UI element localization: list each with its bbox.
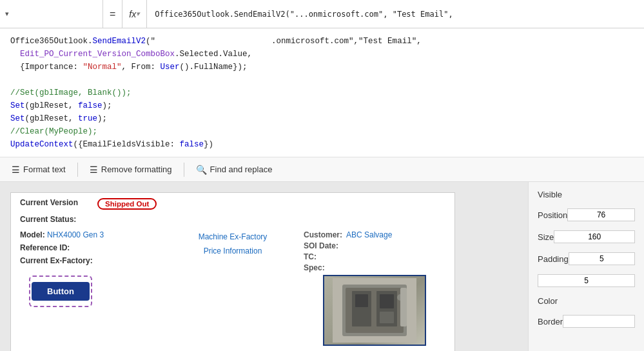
spec-label: Spec: (304, 263, 329, 272)
find-replace-label: Find and replace (210, 165, 273, 174)
find-replace-button[interactable]: 🔍 Find and replace (190, 162, 279, 177)
main-area: Current Version Shipped Out Current Stat… (0, 182, 644, 351)
button-container: Button (20, 273, 162, 310)
code-line-2: Edit_PO_Current_Version_ComboBox.Selecte… (10, 48, 634, 61)
model-value: NHX4000 Gen 3 (47, 230, 104, 239)
machine-image-box (323, 275, 426, 346)
padding-input-1[interactable] (569, 252, 635, 265)
canvas-area: Current Version Shipped Out Current Stat… (0, 182, 528, 351)
customer-value: ABC Salvage (346, 230, 392, 239)
shipped-badge: Shipped Out (97, 198, 157, 210)
code-line-7: Set(gblReset, true); (10, 112, 634, 125)
code-line-9: UpdateContext({EmailFieldsVisible: false… (10, 138, 634, 151)
machine-svg (333, 278, 416, 343)
size-label: Size (538, 232, 554, 242)
border-input[interactable] (563, 315, 635, 328)
code-line-1: Office365Outlook.SendEmailV2(" .onmicros… (10, 35, 634, 48)
border-label: Border (538, 317, 563, 326)
machine-image (324, 276, 425, 345)
editor-toolbar: ☰ Format text ☰ Remove formatting 🔍 Find… (0, 157, 644, 182)
position-label: Position (538, 210, 567, 220)
center-col: Machine Ex-Factory Price Information (162, 228, 304, 348)
padding-label: Padding (538, 254, 569, 264)
position-row: Position (538, 208, 635, 221)
size-input[interactable] (554, 230, 635, 243)
border-row: Border (538, 315, 635, 328)
svg-rect-7 (380, 312, 394, 323)
price-information-link[interactable]: Price Information (162, 245, 304, 259)
toolbar-separator-1 (77, 163, 78, 177)
form-middle: Model: NHX4000 Gen 3 Reference ID: Curre… (11, 228, 454, 348)
tc-label: TC: (304, 252, 320, 261)
ex-factory-row: Current Ex-Factory: (20, 256, 162, 265)
formula-bar: ▾ = fx ▾ Office365Outlook.SendEmailV2(".… (0, 0, 644, 28)
formula-text: Office365Outlook.SendEmailV2("...onmicro… (155, 10, 453, 19)
padding-input-2[interactable] (538, 274, 635, 287)
code-line-6: Set(gblReset, false); (10, 99, 634, 112)
formula-bar-name[interactable]: ▾ (0, 0, 103, 28)
padding-row: Padding (538, 252, 635, 265)
padding-row-2 (538, 274, 635, 287)
soi-date-row: SOI Date: (304, 241, 445, 250)
position-input[interactable] (567, 208, 635, 221)
left-col: Model: NHX4000 Gen 3 Reference ID: Curre… (20, 228, 162, 348)
remove-formatting-icon: ☰ (90, 165, 98, 175)
color-row: Color (538, 296, 635, 306)
code-line-8: //Clear(MyPeople); (10, 125, 634, 138)
current-status-label: Current Status: (20, 215, 97, 224)
svg-rect-9 (400, 288, 407, 326)
code-line-3: {Importance: "Normal", From: User().Full… (10, 61, 634, 74)
soi-date-label: SOI Date: (304, 241, 342, 250)
code-line-5: //Set(gblImage, Blank()); (10, 86, 634, 99)
version-row: Current Version Shipped Out (11, 193, 454, 214)
tc-row: TC: (304, 252, 445, 261)
customer-row: Customer: ABC Salvage (304, 230, 445, 239)
reference-id-label: Reference ID: (20, 243, 70, 252)
remove-formatting-button[interactable]: ☰ Remove formatting (83, 162, 179, 177)
format-text-button[interactable]: ☰ Format text (5, 162, 72, 177)
fx-button[interactable]: fx ▾ (122, 0, 147, 28)
size-row: Size (538, 230, 635, 243)
spec-row: Spec: (304, 263, 445, 272)
equals-sign: = (103, 0, 122, 28)
model-row: Model: NHX4000 Gen 3 (20, 230, 162, 239)
form-panel: Current Version Shipped Out Current Stat… (10, 192, 455, 351)
button-outer-border: Button (29, 276, 92, 307)
code-editor[interactable]: Office365Outlook.SendEmailV2(" .onmicros… (0, 28, 644, 157)
machine-ex-factory-link[interactable]: Machine Ex-Factory (162, 230, 304, 245)
toolbar-separator-2 (184, 163, 184, 177)
color-label: Color (538, 296, 558, 306)
remove-formatting-label: Remove formatting (101, 165, 172, 174)
svg-rect-6 (380, 294, 394, 308)
dropdown-arrow-icon: ▾ (5, 10, 9, 18)
visible-label: Visible (538, 190, 562, 199)
main-button[interactable]: Button (32, 282, 90, 301)
formula-input[interactable]: Office365Outlook.SendEmailV2("...onmicro… (147, 0, 644, 28)
customer-label: Customer: (304, 230, 346, 239)
format-text-label: Format text (23, 165, 66, 174)
svg-rect-5 (355, 294, 368, 307)
ref-id-row: Reference ID: (20, 243, 162, 252)
current-version-label: Current Version (20, 198, 97, 207)
format-text-icon: ☰ (12, 165, 20, 175)
model-label: Model: (20, 230, 45, 239)
find-replace-icon: 🔍 (196, 165, 207, 175)
properties-panel: Visible Position Size Padding Color Bord… (528, 182, 644, 351)
right-col: Customer: ABC Salvage SOI Date: TC: Spec… (304, 228, 445, 348)
visible-row: Visible (538, 190, 635, 199)
current-ex-factory-label: Current Ex-Factory: (20, 256, 93, 265)
status-row: Current Status: (11, 214, 454, 228)
code-line-4 (10, 74, 634, 86)
